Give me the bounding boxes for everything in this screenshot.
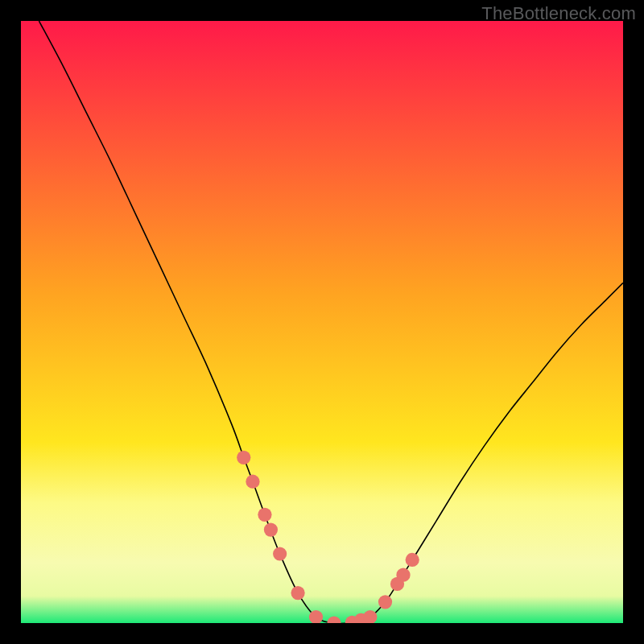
watermark-text: TheBottleneck.com (481, 3, 636, 24)
plot-area (21, 21, 623, 623)
marker-point (237, 451, 250, 464)
chart-svg (21, 21, 623, 623)
marker-point (406, 553, 419, 567)
gradient-background (21, 21, 623, 623)
marker-point (264, 522, 278, 536)
marker-point (273, 547, 287, 560)
marker-point (378, 595, 392, 609)
chart-frame: TheBottleneck.com (0, 0, 644, 644)
marker-point (246, 475, 259, 489)
marker-point (396, 568, 410, 582)
marker-point (258, 508, 271, 522)
marker-point (291, 586, 304, 600)
